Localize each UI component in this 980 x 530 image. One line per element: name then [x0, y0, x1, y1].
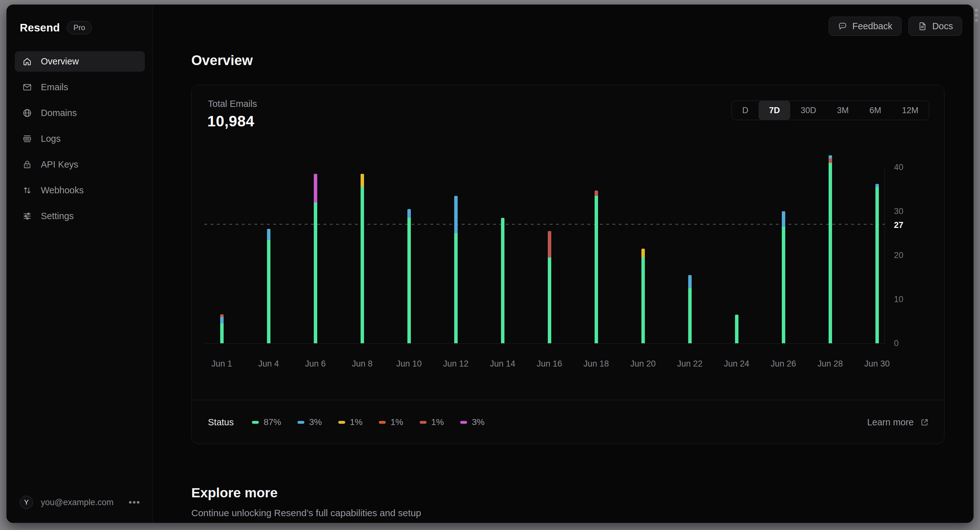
x-tick-label: Jun 10: [387, 359, 431, 369]
page-title: Overview: [191, 53, 253, 68]
bar-segment-green: [407, 218, 411, 343]
x-tick-label: Jun 26: [761, 359, 805, 369]
y-tick-label: 10: [894, 294, 922, 304]
legend-percentage: 3%: [309, 417, 321, 427]
external-link-icon: [920, 418, 929, 427]
bar-jun-22[interactable]: [688, 275, 692, 343]
docs-button[interactable]: Docs: [908, 17, 962, 36]
legend-swatch: [460, 421, 467, 424]
legend-swatch: [338, 421, 345, 424]
bar-jun-14[interactable]: [501, 218, 504, 343]
legend-item-yellow: 1%: [338, 417, 363, 427]
bar-jun-26[interactable]: [782, 211, 785, 343]
card-footer: Status 87%3%1%1%1%3% Learn more: [208, 411, 929, 433]
explore-more-subtitle: Continue unlocking Resend’s full capabil…: [191, 508, 421, 518]
bar-jun-4[interactable]: [267, 229, 270, 343]
bar-jun-10[interactable]: [407, 209, 411, 343]
sidebar-item-label: Emails: [41, 82, 68, 93]
sidebar: Resend Pro Overview Emails Domains Logs: [6, 5, 153, 523]
x-tick-label: Jun 16: [527, 359, 571, 369]
range-30d[interactable]: 30D: [790, 101, 827, 120]
legend-swatch: [252, 421, 259, 424]
legend-item-magenta: 3%: [460, 417, 484, 427]
plan-badge: Pro: [67, 21, 92, 34]
bar-segment-green: [595, 196, 598, 343]
user-email: you@example.com: [41, 498, 127, 508]
sidebar-item-label: Settings: [41, 211, 74, 221]
bar-segment-magenta: [314, 174, 317, 203]
bar-segment-blue: [267, 229, 270, 240]
bar-jun-24[interactable]: [735, 314, 738, 343]
legend-percentage: 1%: [390, 417, 403, 427]
sidebar-item-logs[interactable]: Logs: [15, 129, 145, 149]
legend-swatch: [298, 421, 304, 424]
learn-more-label: Learn more: [867, 417, 914, 428]
bar-jun-1[interactable]: [220, 314, 224, 343]
sidebar-nav: Overview Emails Domains Logs API Keys We…: [15, 51, 145, 226]
globe-icon: [22, 108, 32, 118]
legend-swatch: [420, 421, 426, 424]
bar-jun-12[interactable]: [454, 196, 458, 343]
sidebar-item-webhooks[interactable]: Webhooks: [15, 180, 145, 201]
metric-label: Total Emails: [208, 99, 257, 109]
x-tick-label: Jun 4: [247, 359, 291, 369]
explore-more-title: Explore more: [191, 485, 278, 500]
docs-button-label: Docs: [932, 21, 953, 32]
bar-segment-green: [267, 240, 270, 343]
range-d[interactable]: D: [732, 101, 759, 120]
x-tick-label: Jun 14: [480, 359, 525, 369]
bar-segment-blue: [875, 184, 879, 187]
bar-segment-green: [829, 163, 832, 343]
y-tick-label: 0: [894, 338, 922, 348]
x-tick-label: Jun 12: [434, 359, 478, 369]
range-6m[interactable]: 6M: [859, 101, 892, 120]
bar-jun-6[interactable]: [314, 174, 317, 343]
average-value-label: 27: [894, 220, 922, 230]
desktop-scrollbar-dot: [975, 14, 978, 17]
bar-segment-red: [548, 231, 551, 257]
bar-jun-16[interactable]: [548, 231, 551, 343]
bar-jun-28[interactable]: [829, 155, 832, 343]
legend-percentage: 87%: [264, 417, 281, 427]
range-7d[interactable]: 7D: [759, 101, 790, 120]
feedback-button[interactable]: Feedback: [829, 17, 902, 36]
bar-segment-yellow: [361, 174, 364, 187]
brand-row: Resend Pro: [20, 21, 92, 34]
sidebar-item-label: Domains: [41, 108, 76, 118]
bar-segment-green: [735, 314, 738, 343]
bar-jun-8[interactable]: [361, 174, 364, 343]
sidebar-item-emails[interactable]: Emails: [15, 77, 145, 97]
bar-segment-blue: [220, 317, 224, 324]
user-row[interactable]: Y you@example.com •••: [20, 496, 142, 509]
bar-jun-20[interactable]: [641, 249, 645, 343]
sidebar-item-label: Logs: [41, 134, 60, 144]
bar-segment-green: [454, 233, 458, 343]
legend-swatch: [379, 421, 386, 424]
legend-percentage: 1%: [350, 417, 363, 427]
bar-segment-green: [220, 324, 224, 343]
x-tick-label: Jun 24: [714, 359, 759, 369]
sidebar-item-domains[interactable]: Domains: [15, 103, 145, 123]
bar-segment-blue: [829, 155, 832, 158]
sidebar-item-settings[interactable]: Settings: [15, 206, 145, 226]
user-menu-ellipsis-icon[interactable]: •••: [127, 496, 142, 509]
range-3m[interactable]: 3M: [826, 101, 859, 120]
bar-segment-blue: [407, 209, 411, 218]
bar-jun-18[interactable]: [595, 190, 598, 343]
learn-more-link[interactable]: Learn more: [867, 417, 929, 428]
range-12m[interactable]: 12M: [891, 101, 929, 120]
app-window: Resend Pro Overview Emails Domains Logs: [6, 5, 974, 523]
x-tick-label: Jun 22: [668, 359, 712, 369]
arrows-up-down-icon: [22, 185, 32, 195]
sidebar-item-overview[interactable]: Overview: [15, 51, 145, 72]
bar-segment-blue: [782, 211, 785, 227]
sidebar-item-api-keys[interactable]: API Keys: [15, 154, 145, 175]
sliders-icon: [22, 211, 32, 221]
bar-segment-green: [361, 187, 364, 343]
legend-percentage: 3%: [472, 417, 484, 427]
bar-jun-30[interactable]: [875, 184, 879, 343]
bar-segment-green: [782, 227, 785, 343]
legend-percentage: 1%: [431, 417, 444, 427]
desktop-scrollbar-dot: [975, 19, 978, 22]
home-icon: [22, 57, 32, 66]
